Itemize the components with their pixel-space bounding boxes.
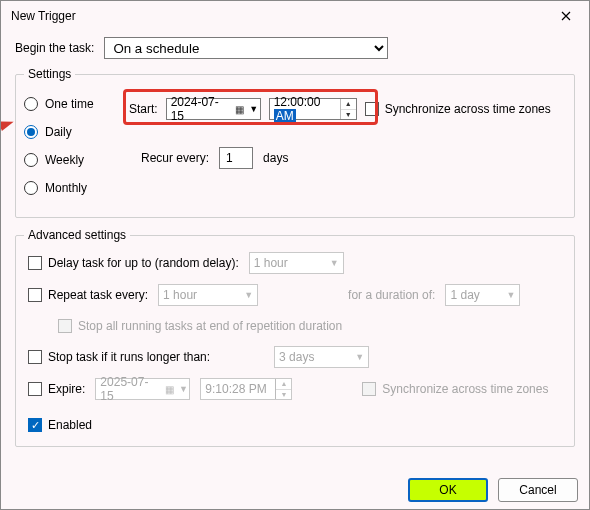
checkbox-icon (58, 319, 72, 333)
chevron-down-icon: ▼ (355, 352, 364, 362)
expire-time-input: 9:10:28 PM ▲▼ (200, 378, 292, 400)
radio-weekly[interactable]: Weekly (24, 151, 119, 169)
time-spinner: ▲▼ (275, 379, 291, 399)
repeat-checkbox[interactable]: Repeat task every: (28, 288, 148, 302)
start-time-value: 12:00:00 AM (272, 95, 340, 123)
radio-icon (24, 97, 38, 111)
chevron-down-icon: ▼ (177, 384, 189, 394)
repeat-duration-label: for a duration of: (348, 288, 435, 302)
stop-if-value-combo: 3 days▼ (274, 346, 369, 368)
radio-icon (24, 153, 38, 167)
recur-unit: days (263, 151, 288, 165)
checkbox-icon (28, 288, 42, 302)
chevron-down-icon: ▼ (244, 290, 253, 300)
settings-legend: Settings (24, 67, 75, 81)
advanced-group: Advanced settings Delay task for up to (… (15, 228, 575, 447)
chevron-down-icon[interactable]: ▼ (341, 110, 356, 120)
radio-icon (24, 181, 38, 195)
start-time-input[interactable]: 12:00:00 AM ▲▼ (269, 98, 357, 120)
delay-value-combo: 1 hour▼ (249, 252, 344, 274)
chevron-up-icon[interactable]: ▲ (341, 99, 356, 110)
chevron-down-icon: ▼ (330, 258, 339, 268)
chevron-down-icon: ▼ (507, 290, 516, 300)
checkbox-icon (362, 382, 376, 396)
expire-date-input: 2025-07-15 ▦ ▼ (95, 378, 190, 400)
start-date-value: 2024-07-15 (171, 95, 232, 123)
start-label: Start: (129, 102, 158, 116)
cancel-button[interactable]: Cancel (498, 478, 578, 502)
checkbox-label: Repeat task every: (48, 288, 148, 302)
calendar-icon: ▦ (232, 104, 248, 115)
delay-checkbox[interactable]: Delay task for up to (random delay): (28, 256, 239, 270)
checkbox-label: Synchronize across time zones (382, 382, 548, 396)
chevron-down-icon: ▼ (276, 390, 291, 400)
stop-all-checkbox: Stop all running tasks at end of repetit… (58, 319, 342, 333)
calendar-icon: ▦ (161, 384, 177, 395)
repeat-value-combo: 1 hour▼ (158, 284, 258, 306)
close-icon (561, 11, 571, 21)
radio-icon (24, 125, 38, 139)
time-spinner[interactable]: ▲▼ (340, 99, 356, 119)
radio-label: Weekly (45, 153, 84, 167)
checkbox-label: Stop task if it runs longer than: (48, 350, 210, 364)
checkbox-icon (28, 350, 42, 364)
radio-label: Daily (45, 125, 72, 139)
radio-one-time[interactable]: One time (24, 95, 119, 113)
settings-group: Settings One time Daily Weekly M (15, 67, 575, 218)
checkbox-label: Delay task for up to (random delay): (48, 256, 239, 270)
radio-label: Monthly (45, 181, 87, 195)
window-title: New Trigger (11, 9, 76, 23)
enabled-checkbox[interactable]: ✓ Enabled (28, 418, 92, 432)
repeat-duration-combo: 1 day▼ (445, 284, 520, 306)
close-button[interactable] (543, 1, 589, 31)
begin-label: Begin the task: (15, 41, 94, 55)
recur-value-input[interactable]: 1 (219, 147, 253, 169)
checkbox-label: Synchronize across time zones (385, 102, 551, 116)
expire-sync-checkbox: Synchronize across time zones (362, 382, 548, 396)
radio-label: One time (45, 97, 94, 111)
start-date-input[interactable]: 2024-07-15 ▦ ▼ (166, 98, 261, 120)
expire-checkbox[interactable]: Expire: (28, 382, 85, 396)
checkbox-icon (28, 256, 42, 270)
radio-daily[interactable]: Daily (24, 123, 119, 141)
sync-timezones-checkbox[interactable]: Synchronize across time zones (365, 102, 551, 116)
begin-task-select[interactable]: On a schedule (104, 37, 388, 59)
advanced-legend: Advanced settings (24, 228, 130, 242)
checkbox-label: Stop all running tasks at end of repetit… (78, 319, 342, 333)
checkbox-label: Enabled (48, 418, 92, 432)
chevron-down-icon[interactable]: ▼ (248, 104, 260, 114)
checkbox-label: Expire: (48, 382, 85, 396)
recur-label: Recur every: (141, 151, 209, 165)
checkbox-icon: ✓ (28, 418, 42, 432)
ok-button[interactable]: OK (408, 478, 488, 502)
radio-monthly[interactable]: Monthly (24, 179, 119, 197)
stop-if-checkbox[interactable]: Stop task if it runs longer than: (28, 350, 210, 364)
chevron-up-icon: ▲ (276, 379, 291, 390)
annotation-arrow-icon (0, 117, 15, 131)
checkbox-icon (28, 382, 42, 396)
checkbox-icon (365, 102, 379, 116)
